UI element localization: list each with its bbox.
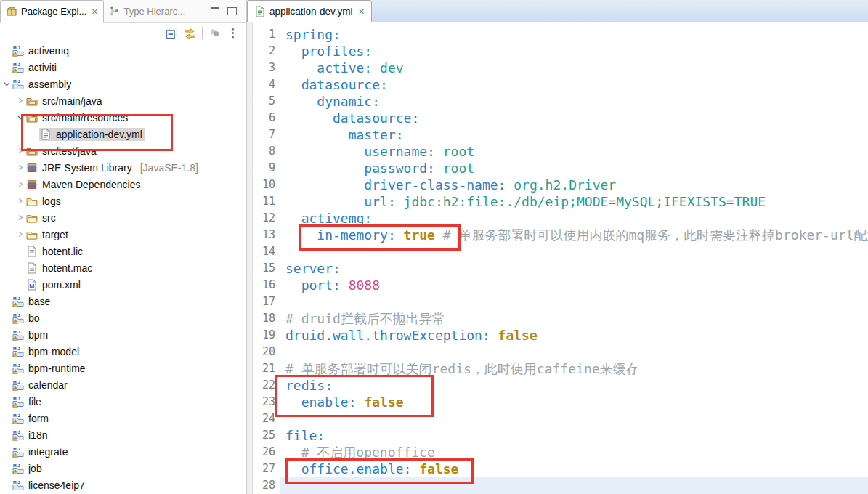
tree-item-bpm[interactable]: M›Jbpm <box>0 326 246 343</box>
tree-item-bpm-runtime[interactable]: M›Jbpm-runtime <box>0 360 246 376</box>
svg-text:M›J: M›J <box>13 78 20 83</box>
tree-item-src-main-java[interactable]: src/main/java <box>0 92 246 109</box>
code-line-18[interactable]: # druid拦截后不抛出异常 <box>280 310 868 327</box>
code-line-24[interactable] <box>280 410 868 427</box>
chevron-collapsed-icon[interactable] <box>15 212 25 223</box>
maximize-icon[interactable] <box>227 7 237 15</box>
tree-item-file[interactable]: M›Jfile <box>0 393 246 410</box>
tree-item-src[interactable]: src <box>0 209 246 226</box>
chevron-collapsed-icon[interactable] <box>15 162 25 173</box>
tree-item-calendar[interactable]: M›Jcalendar <box>0 376 246 393</box>
token-key: datasource: <box>285 77 388 92</box>
token-key: password: <box>285 161 435 176</box>
tree-item-label: bo <box>28 312 40 324</box>
code-line-19[interactable]: druid.wall.throwException: false <box>280 327 868 344</box>
tree-item-target[interactable]: target <box>0 226 246 243</box>
collapse-all-icon[interactable] <box>166 27 178 39</box>
tree-item-label: activemq <box>28 45 69 57</box>
tree-item-label: hotent.mac <box>42 262 92 274</box>
editor-body[interactable]: 1234567891011121314151617181920212223242… <box>247 22 868 494</box>
code-line-27[interactable]: office.enable: false <box>280 461 868 477</box>
maven-module-warn-icon: M›J <box>12 296 24 307</box>
chevron-collapsed-icon[interactable] <box>15 229 25 240</box>
tree-item-job[interactable]: M›Jjob <box>0 460 246 477</box>
code-line-5[interactable]: dynamic: <box>280 93 868 110</box>
tree-item-src-test-java[interactable]: src/test/java <box>0 142 246 159</box>
code-line-20[interactable] <box>280 344 868 360</box>
tree-item-hotent-lic[interactable]: hotent.lic <box>0 243 246 259</box>
view-menu-icon[interactable] <box>227 27 239 39</box>
code-line-26[interactable]: # 不启用openoffice <box>280 444 868 461</box>
code-line-4[interactable]: datasource: <box>280 76 868 93</box>
code-area[interactable]: spring: profiles: active: dev datasource… <box>280 22 868 494</box>
code-line-17[interactable] <box>280 293 868 310</box>
line-number: 14 <box>253 243 280 260</box>
code-line-15[interactable]: server: <box>280 260 868 277</box>
code-line-12[interactable]: activemq: <box>280 210 868 227</box>
chevron-collapsed-icon[interactable] <box>15 145 25 156</box>
tab-type-hierarchy[interactable]: Type Hierarc... <box>104 0 191 22</box>
minimize-icon[interactable] <box>211 7 219 11</box>
code-line-11[interactable]: url: jdbc:h2:file:./db/eip;MODE=MySQL;IF… <box>280 193 868 210</box>
code-line-7[interactable]: master: <box>280 126 868 143</box>
tree-item-i18n[interactable]: M›Ji18n <box>0 426 246 443</box>
line-number-gutter[interactable]: 1234567891011121314151617181920212223242… <box>253 22 280 494</box>
tab-application-dev-yml[interactable]: application-dev.yml <box>247 0 372 22</box>
chevron-expanded-icon[interactable] <box>15 112 25 123</box>
tree-item-maven-dependencies[interactable]: Maven Dependencies <box>0 176 246 193</box>
link-with-editor-icon[interactable] <box>184 27 196 39</box>
code-line-22[interactable]: redis: <box>280 377 868 394</box>
code-line-3[interactable]: active: dev <box>280 60 868 76</box>
tree-item-bpm-model[interactable]: M›Jbpm-model <box>0 343 246 360</box>
chevron-collapsed-icon[interactable] <box>15 179 25 190</box>
chevron-placeholder <box>1 396 12 407</box>
chevron-placeholder <box>1 379 12 390</box>
tab-package-explorer-label: Package Expl... <box>21 6 86 17</box>
tab-package-explorer[interactable]: Package Expl... <box>0 0 104 23</box>
code-line-23[interactable]: enable: false <box>280 394 868 410</box>
tree-item-label: application-dev.yml <box>56 129 142 140</box>
token-key: druid.wall.throwException: <box>285 328 490 343</box>
tree-item-activiti[interactable]: M›Jactiviti <box>0 59 246 76</box>
tree-item-integrate[interactable]: M›Jintegrate <box>0 443 246 460</box>
chevron-collapsed-icon[interactable] <box>15 195 25 206</box>
code-line-8[interactable]: username: root <box>280 143 868 160</box>
maven-src-folder-icon <box>26 112 38 124</box>
tree-item-base[interactable]: M›Jbase <box>0 293 246 309</box>
code-line-28[interactable] <box>280 477 868 494</box>
chevron-collapsed-icon[interactable] <box>15 95 25 106</box>
tree-item-activemq[interactable]: M›Jactivemq <box>0 42 246 59</box>
tree-item-pom-xml[interactable]: Mpom.xml <box>0 276 246 293</box>
code-line-9[interactable]: password: root <box>280 160 868 177</box>
code-line-25[interactable]: file: <box>280 427 868 444</box>
close-tab-icon[interactable] <box>359 7 365 17</box>
tree-item-application-dev-yml[interactable]: application-dev.yml <box>0 126 246 142</box>
tree-item-hotent-mac[interactable]: hotent.mac <box>0 259 246 276</box>
chevron-placeholder <box>1 429 12 440</box>
code-line-1[interactable]: spring: <box>280 26 868 43</box>
chevron-expanded-icon[interactable] <box>1 78 12 89</box>
library-icon <box>26 162 38 174</box>
tree-item-label: src/main/resources <box>42 112 128 124</box>
code-line-6[interactable]: datasource: <box>280 110 868 126</box>
tree-item-assembly[interactable]: M›Jassembly <box>0 76 246 92</box>
token-bool: true <box>396 227 435 243</box>
code-line-14[interactable] <box>280 243 868 260</box>
focus-tasks-icon[interactable] <box>208 27 221 39</box>
line-number: 11 <box>253 193 280 210</box>
code-line-13[interactable]: in-memory: true # 单服务部署时可以使用内嵌的mq服务，此时需要… <box>280 227 868 243</box>
tree-item-license4eip7[interactable]: M›Jlicense4eip7 <box>0 477 246 493</box>
annotation-ruler[interactable] <box>247 22 253 494</box>
code-line-16[interactable]: port: 8088 <box>280 277 868 293</box>
tree-item-logs[interactable]: logs <box>0 193 246 209</box>
code-line-10[interactable]: driver-class-name: org.h2.Driver <box>280 177 868 193</box>
code-line-21[interactable]: # 单服务部署时可以关闭redis，此时使用caffeine来缓存 <box>280 360 868 377</box>
chevron-placeholder <box>15 262 25 273</box>
tree-item-bo[interactable]: M›Jbo <box>0 309 246 326</box>
tree-item-jre-system-library[interactable]: JRE System Library[JavaSE-1.8] <box>0 159 246 176</box>
tree-item-src-main-resources[interactable]: src/main/resources <box>0 109 246 126</box>
tree-item-form[interactable]: M›Jform <box>0 410 246 426</box>
line-number: 27 <box>253 461 280 477</box>
code-line-2[interactable]: profiles: <box>280 43 868 60</box>
close-tab-icon[interactable] <box>92 7 97 17</box>
